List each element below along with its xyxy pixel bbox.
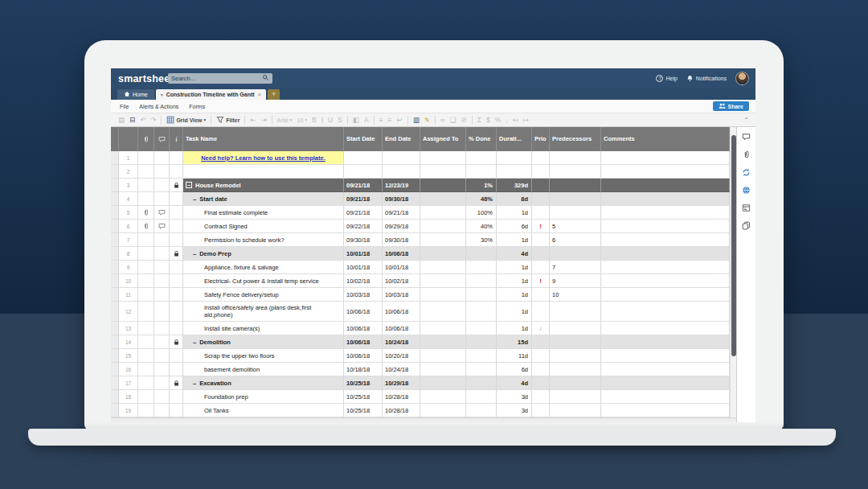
comment-cell[interactable] — [154, 376, 170, 390]
cell-pred[interactable] — [550, 206, 601, 220]
cell-start[interactable]: 10/06/18 — [344, 335, 383, 349]
cell-prio[interactable]: ! — [532, 220, 550, 233]
cell-end[interactable] — [383, 165, 420, 179]
cell-comments[interactable] — [601, 206, 730, 220]
help-button[interactable]: ? Help — [656, 75, 677, 82]
row-number[interactable]: 1 — [119, 151, 138, 165]
cell-pred[interactable]: 6 — [550, 233, 601, 247]
row-number[interactable]: 17 — [119, 376, 138, 390]
summary-panel-icon[interactable] — [742, 220, 751, 230]
column-header-start[interactable]: Start Date — [344, 127, 383, 151]
comment-cell[interactable] — [154, 363, 170, 376]
row-drag-handle[interactable] — [111, 335, 119, 349]
cell-start[interactable]: 10/01/18 — [344, 247, 383, 261]
cell-dur[interactable]: 15d — [497, 335, 532, 349]
row-drag-handle[interactable] — [111, 247, 119, 261]
lock-cell[interactable] — [170, 390, 183, 404]
cell-comments[interactable] — [601, 349, 730, 363]
row-drag-handle[interactable] — [111, 288, 119, 302]
cell-prio[interactable] — [532, 192, 550, 206]
currency-icon[interactable]: $ — [484, 116, 493, 124]
comment-cell[interactable] — [154, 302, 170, 322]
cell-task[interactable]: Oil Tanks — [183, 404, 344, 417]
comment-cell[interactable] — [154, 233, 170, 247]
cell-done[interactable] — [466, 302, 497, 322]
cell-dur[interactable] — [497, 165, 532, 179]
row-number[interactable]: 8 — [119, 247, 138, 261]
lock-cell[interactable] — [170, 335, 183, 349]
cell-done[interactable] — [466, 349, 497, 363]
text-color-icon[interactable]: A — [362, 116, 371, 124]
cell-comments[interactable] — [601, 404, 730, 417]
comment-cell[interactable] — [154, 335, 170, 349]
attachment-cell[interactable] — [138, 165, 154, 179]
link-icon[interactable]: ∞ — [438, 116, 448, 124]
cell-assigned[interactable] — [420, 288, 466, 302]
table-row[interactable]: 17–Excavation10/25/1810/29/184d — [111, 376, 730, 390]
cell-end[interactable]: 10/24/18 — [383, 363, 420, 376]
cell-dur[interactable]: 329d — [497, 179, 532, 192]
cell-dur[interactable]: 1d — [497, 274, 532, 288]
cell-start[interactable]: 09/21/18 — [344, 179, 383, 192]
row-drag-handle[interactable] — [111, 302, 119, 322]
collapse-row-icon[interactable]: – — [186, 182, 192, 188]
cell-comments[interactable] — [601, 220, 730, 233]
cell-comments[interactable] — [601, 179, 730, 192]
cell-comments[interactable] — [601, 322, 730, 335]
row-drag-handle[interactable] — [111, 390, 119, 404]
table-row[interactable]: 6Contract Signed09/22/1809/29/1840%6d!5 — [111, 220, 730, 233]
table-row[interactable]: 9Appliance, fixture & salvage10/01/1810/… — [111, 261, 730, 274]
cell-end[interactable]: 10/06/18 — [383, 247, 420, 261]
menu-alerts-actions[interactable]: Alerts & Actions — [139, 104, 178, 109]
cell-assigned[interactable] — [420, 220, 466, 233]
lock-cell[interactable] — [170, 322, 183, 335]
cell-task[interactable]: Install site camera(s) — [183, 322, 344, 335]
cell-start[interactable]: 10/01/18 — [344, 261, 383, 274]
row-number[interactable]: 4 — [119, 192, 138, 206]
comment-cell[interactable] — [154, 179, 170, 192]
cell-pred[interactable] — [550, 165, 601, 179]
cell-done[interactable] — [466, 274, 497, 288]
cell-start[interactable]: 10/06/18 — [344, 322, 383, 335]
decimal-decrease-icon[interactable]: ↤ — [510, 116, 521, 124]
filter-button[interactable]: Filter — [214, 116, 242, 124]
cell-end[interactable]: 10/06/18 — [383, 322, 420, 335]
cell-prio[interactable] — [532, 349, 550, 363]
lock-cell[interactable] — [170, 376, 183, 390]
table-row[interactable]: 3–House Remodel09/21/1812/23/191%329d — [111, 179, 730, 192]
attachment-cell[interactable] — [138, 261, 154, 274]
menu-forms[interactable]: Forms — [189, 104, 205, 109]
cell-prio[interactable] — [532, 335, 550, 349]
cell-comments[interactable] — [601, 363, 730, 376]
cell-pred[interactable] — [550, 376, 601, 390]
cell-assigned[interactable] — [420, 247, 466, 261]
sum-icon[interactable]: Σ — [475, 116, 484, 124]
row-drag-handle[interactable] — [111, 376, 119, 390]
tab-construction-timeline[interactable]: ▾ Construction Timeline with Gantt × — [156, 89, 266, 100]
cell-start[interactable]: 10/06/18 — [344, 302, 383, 322]
collapse-row-icon[interactable]: – — [193, 250, 196, 257]
cell-pred[interactable] — [550, 322, 601, 335]
cell-end[interactable]: 09/29/18 — [383, 220, 420, 233]
card-view-icon[interactable]: ▥ — [411, 116, 422, 124]
table-row[interactable]: 16basement demolition10/18/1810/24/186d — [111, 363, 730, 376]
attach-tool-icon[interactable]: ⊘ — [459, 116, 469, 124]
cell-done[interactable]: 40% — [466, 220, 497, 233]
cell-start[interactable]: 10/02/18 — [344, 274, 383, 288]
cell-prio[interactable] — [532, 390, 550, 404]
column-header-end[interactable]: End Date — [383, 127, 420, 151]
underline-button[interactable]: U — [326, 116, 335, 124]
cell-prio[interactable] — [532, 288, 550, 302]
row-drag-handle[interactable] — [111, 233, 119, 247]
table-row[interactable]: 19Oil Tanks10/25/1810/28/183d — [111, 404, 730, 417]
cell-dur[interactable]: 6d — [497, 363, 532, 376]
wrap-text-icon[interactable]: ↩ — [395, 116, 405, 124]
cell-comments[interactable] — [601, 261, 730, 274]
cell-end[interactable]: 10/03/18 — [383, 288, 420, 302]
cell-prio[interactable] — [532, 261, 550, 274]
cell-prio[interactable] — [532, 165, 550, 179]
attachment-cell[interactable] — [138, 233, 154, 247]
cell-start[interactable]: 10/25/18 — [344, 404, 383, 417]
conversations-panel-icon[interactable] — [742, 132, 751, 142]
cell-task[interactable]: Appliance, fixture & salvage — [183, 261, 344, 274]
